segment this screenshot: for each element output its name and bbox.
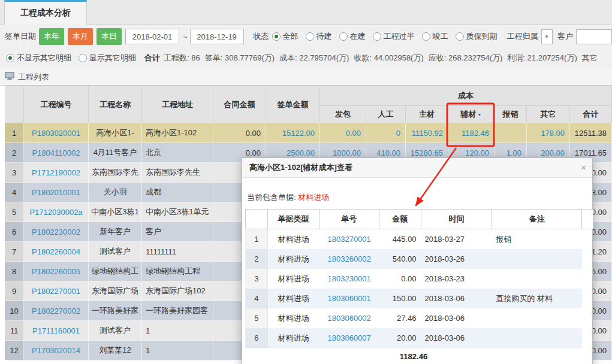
status-option[interactable]: 在建 xyxy=(339,31,366,42)
project-code-link[interactable]: P1703020014 xyxy=(24,341,89,360)
summary-stat-label: 工程数: xyxy=(164,53,189,62)
quick-filter-buttons: 本年本月本日 xyxy=(39,28,125,45)
project-address: 客户 xyxy=(142,222,213,242)
detail-option[interactable]: 不显示其它明细 xyxy=(6,53,71,63)
project-code-link[interactable]: P1711160001 xyxy=(24,321,89,341)
cost-qita[interactable]: 178.00 xyxy=(527,123,570,143)
project-name: 新年客户 xyxy=(89,222,142,242)
header-project-name[interactable]: 工程名称 xyxy=(89,86,142,123)
document-row[interactable]: 2材料进场1803260002540.002018-03-26 xyxy=(245,249,582,269)
cost-fucai[interactable]: 1182.46 xyxy=(448,123,495,143)
doc-amount: 445.00 xyxy=(379,229,421,249)
radio-icon xyxy=(339,32,348,41)
date-to-input[interactable] xyxy=(190,29,244,44)
doc-number-link[interactable]: 1803230001 xyxy=(319,269,379,289)
doc-header-number[interactable]: 单号 xyxy=(319,210,379,229)
header-cost-fabao[interactable]: 发包 xyxy=(320,106,366,123)
doc-number-link[interactable]: 1803060007 xyxy=(319,328,379,348)
document-row[interactable]: 5材料进场180306000227.462018-03-06 xyxy=(245,308,582,328)
doc-header-amount[interactable]: 金额 xyxy=(379,210,421,229)
detail-option-label: 显示其它明细 xyxy=(89,53,136,63)
contains-label: 当前包含单据: xyxy=(247,193,296,202)
project-address: 一环路美好家园客 xyxy=(142,301,213,321)
document-row[interactable]: 6材料进场180306000720.002018-03-06 xyxy=(245,328,582,348)
project-name: 测试客户 xyxy=(89,242,142,262)
project-code-link[interactable]: P1802270002 xyxy=(24,301,89,321)
doc-number-link[interactable]: 1803270001 xyxy=(319,229,379,249)
header-cost-zhucai[interactable]: 主材 xyxy=(406,106,448,123)
header-cost-qita[interactable]: 其它 xyxy=(527,106,570,123)
cost-heji: 12511.38 xyxy=(570,123,612,143)
close-icon[interactable]: × xyxy=(581,163,586,172)
cost-fabao[interactable]: 0.00 xyxy=(320,123,366,143)
row-number: 4 xyxy=(5,183,24,202)
document-row[interactable]: 4材料进场1803060001150.002018-03-06直接购买的 材料 xyxy=(245,289,582,308)
project-code-link[interactable]: P1802260004 xyxy=(24,242,89,262)
project-owner-dropdown[interactable]: ▼ xyxy=(541,29,553,44)
project-code-link[interactable]: P1802260005 xyxy=(24,262,89,281)
cost-baoxiao[interactable] xyxy=(495,123,527,143)
status-option[interactable]: 工程过半 xyxy=(373,31,415,42)
header-row-number xyxy=(5,86,24,123)
doc-header-spacer xyxy=(582,210,593,229)
cost-rengong[interactable]: 0 xyxy=(366,123,406,143)
project-address: 1 xyxy=(142,341,213,360)
doc-remark xyxy=(492,269,582,289)
doc-header-remark[interactable]: 备注 xyxy=(492,210,582,229)
status-option[interactable]: 全部 xyxy=(272,31,299,42)
document-row[interactable]: 3材料进场18032300010.002018-03-23 xyxy=(245,269,582,289)
header-contract-amount[interactable]: 合同金额 xyxy=(213,86,266,123)
status-option[interactable]: 竣工 xyxy=(422,31,448,42)
chevron-down-icon: ▼ xyxy=(544,34,549,40)
project-code-link[interactable]: P1712190002 xyxy=(24,163,89,183)
project-code-link[interactable]: P1802270001 xyxy=(24,281,89,301)
sign-date-label: 签单日期 xyxy=(5,31,36,42)
project-name: 刘某某12 xyxy=(89,341,142,360)
status-option[interactable]: 待建 xyxy=(306,31,332,42)
header-signed-amount[interactable]: 签单金额 xyxy=(266,86,320,123)
quick-filter-button[interactable]: 本月 xyxy=(68,28,93,45)
project-code-link[interactable]: P1802010001 xyxy=(24,183,89,202)
project-name: 东南国际李先 xyxy=(89,163,142,183)
cost-zhucai[interactable]: 11150.92 xyxy=(406,123,448,143)
doc-number-link[interactable]: 1803060001 xyxy=(319,289,379,308)
header-cost-baoxiao[interactable]: 报销 xyxy=(495,106,527,123)
project-code-link[interactable]: P1804110002 xyxy=(24,143,89,163)
document-row[interactable]: 1材料进场1803270001445.002018-03-27报销 xyxy=(245,229,582,249)
doc-amount: 150.00 xyxy=(379,289,421,308)
customer-input[interactable] xyxy=(576,29,612,44)
header-project-address[interactable]: 工程地址 xyxy=(142,86,213,123)
table-row[interactable]: 1P1803020001高海小区1-高海小区1-1020.0015122.000… xyxy=(5,123,612,143)
header-cost-fucai-label: 辅材 xyxy=(461,109,477,120)
project-address: 东南国际李先生 xyxy=(142,163,213,183)
project-name: 东海国际广场 xyxy=(89,281,142,301)
doc-date: 2018-03-23 xyxy=(421,269,492,289)
project-address: 绿地钢结构工程 xyxy=(142,262,213,281)
header-cost-heji[interactable]: 合计 xyxy=(570,106,612,123)
project-name: 绿地钢结构工 xyxy=(89,262,142,281)
project-code-link[interactable]: P1802230002 xyxy=(24,222,89,242)
doc-number-link[interactable]: 1803260002 xyxy=(319,249,379,269)
tab-project-cost-analysis[interactable]: 工程成本分析 xyxy=(4,0,87,25)
quick-filter-button[interactable]: 本年 xyxy=(39,28,64,45)
dialog-title-bar[interactable]: 高海小区1-102[辅材成本]查看 xyxy=(242,158,592,178)
project-code-link[interactable]: P1803020001 xyxy=(24,123,89,143)
doc-number-link[interactable]: 1803060002 xyxy=(319,308,379,328)
signed-amount[interactable]: 15122.00 xyxy=(266,123,320,143)
date-from-input[interactable] xyxy=(125,29,179,44)
status-option-label: 工程过半 xyxy=(384,31,415,42)
header-cost-fucai[interactable]: 辅材▼ xyxy=(448,106,495,123)
header-project-code[interactable]: 工程编号 xyxy=(24,86,89,123)
header-cost-rengong[interactable]: 人工 xyxy=(366,106,406,123)
status-option-label: 质保到期 xyxy=(466,31,498,42)
summary-total-label: 合计 xyxy=(144,53,160,63)
detail-option[interactable]: 显示其它明细 xyxy=(79,53,136,63)
status-option[interactable]: 质保到期 xyxy=(456,31,498,42)
quick-filter-button[interactable]: 本日 xyxy=(97,28,122,45)
project-code-link[interactable]: P1712030002a xyxy=(24,202,89,222)
summary-stat-value: 22.795704(万) xyxy=(297,53,349,62)
doc-header-type[interactable]: 单据类型 xyxy=(268,210,319,229)
doc-header-date[interactable]: 时间 xyxy=(421,210,493,229)
project-address: 北京 xyxy=(142,143,213,163)
row-number: 5 xyxy=(5,202,24,222)
